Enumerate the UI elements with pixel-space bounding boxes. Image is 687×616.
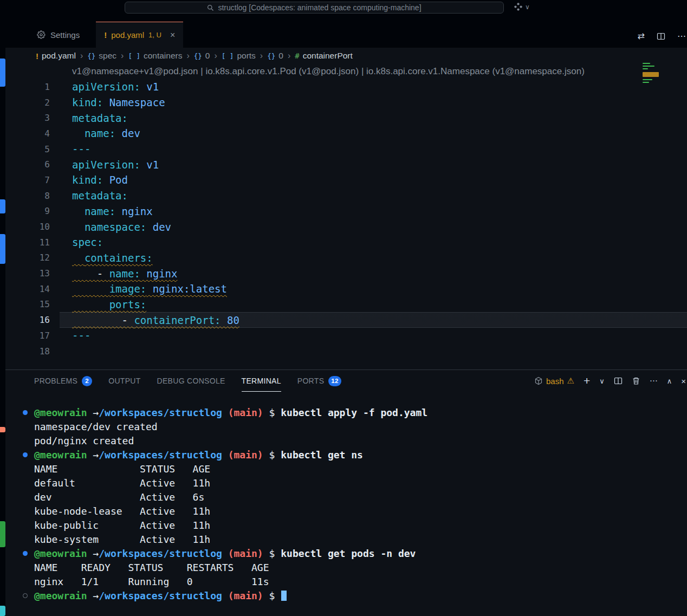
kill-terminal-button[interactable] (632, 377, 640, 385)
code-line[interactable]: 14 image: nginx:latest (0, 281, 687, 297)
activity-mark (0, 234, 5, 264)
panel-tab-ports[interactable]: PORTS12 (297, 370, 341, 392)
code-token: image: (109, 283, 147, 295)
minimap[interactable] (640, 62, 687, 100)
terminal-text: kube-public Active 11h (34, 520, 210, 531)
split-editor-icon[interactable] (657, 32, 665, 41)
code-line[interactable]: 6apiVersion: v1 (0, 157, 687, 172)
breadcrumb-item[interactable]: !pod.yaml (36, 51, 76, 61)
minimap-mark (643, 79, 652, 80)
count-badge: 2 (82, 376, 92, 386)
command-decoration[interactable] (23, 410, 28, 415)
command-center-search[interactable]: structlog [Codespaces: animated space co… (125, 2, 504, 14)
maximize-panel-button[interactable]: ∧ (667, 377, 672, 385)
code-token: apiVersion: (72, 159, 140, 171)
activity-mark (0, 427, 5, 432)
panel-tab-label: OUTPUT (108, 377, 140, 385)
code-token: metadata: (72, 112, 128, 124)
code-line[interactable]: 4 name: dev (0, 126, 687, 141)
breadcrumb-separator: › (287, 51, 291, 61)
object-icon: {} (267, 52, 275, 60)
remote-menu[interactable]: ∨ (514, 2, 530, 11)
tab-settings-label: Settings (50, 30, 80, 40)
breadcrumb-item[interactable]: {}spec (87, 51, 116, 61)
code-line[interactable]: 15 ports: (0, 297, 687, 313)
terminal-text: @meowrain →/workspaces/structlog (main) … (34, 407, 427, 418)
breadcrumb-item[interactable]: [ ]containers (128, 51, 182, 61)
line-number: 8 (0, 191, 50, 201)
breadcrumb-label: 0 (278, 51, 283, 61)
command-decoration[interactable] (23, 593, 28, 598)
breadcrumb-item[interactable]: {}0 (267, 51, 283, 61)
command-decoration[interactable] (23, 452, 28, 457)
split-terminal-button[interactable] (614, 377, 623, 385)
activity-mark (0, 59, 5, 87)
close-panel-button[interactable]: × (681, 377, 686, 386)
code-line[interactable]: 5--- (0, 141, 687, 157)
code-token: - (72, 268, 109, 280)
count-badge: 12 (328, 376, 341, 386)
close-tab-icon[interactable]: × (170, 31, 175, 40)
activity-strip[interactable] (0, 15, 5, 616)
breadcrumb-item[interactable]: {}0 (194, 51, 210, 61)
code-line[interactable]: 17--- (0, 328, 687, 343)
tab-pod-yaml[interactable]: ! pod.yaml 1, U × (96, 22, 183, 48)
line-number: 9 (0, 206, 50, 216)
minimap-mark (643, 66, 654, 67)
code-line[interactable]: 3metadata: (0, 110, 687, 126)
code-text: kind: Namespace (50, 96, 165, 108)
terminal-line: kube-node-lease Active 11h (0, 504, 687, 518)
open-changes-icon[interactable]: ⇄ (638, 31, 645, 41)
shell-label: bash (546, 377, 564, 386)
terminal-line: kube-system Active 11h (0, 533, 687, 547)
chevron-down-icon: ∨ (525, 3, 530, 11)
code-token: nginx (115, 205, 153, 217)
code-line[interactable]: 7kind: Pod (0, 172, 687, 188)
codespaces-icon (514, 2, 523, 11)
code-token (72, 283, 109, 295)
panel-tab-terminal[interactable]: TERMINAL (242, 370, 281, 392)
line-number: 3 (0, 113, 50, 123)
breadcrumb-item[interactable]: #containerPort (295, 51, 353, 61)
code-line[interactable]: 13 - name: nginx (0, 265, 687, 281)
minimap-mark (643, 68, 648, 69)
code-line[interactable]: 1apiVersion: v1 (0, 79, 687, 95)
terminal-line: default Active 11h (0, 476, 687, 490)
code-line[interactable]: 10 namespace: dev (0, 219, 687, 235)
panel-tab-problems[interactable]: PROBLEMS2 (34, 370, 92, 392)
breadcrumb-item[interactable]: [ ]ports (222, 51, 256, 61)
code-line[interactable]: 12 containers: (0, 250, 687, 266)
terminal-content[interactable]: @meowrain →/workspaces/structlog (main) … (0, 392, 687, 616)
code-token: namespace: (72, 221, 146, 233)
code-line[interactable]: 9 name: nginx (0, 204, 687, 219)
new-terminal-button[interactable]: + (584, 374, 590, 387)
code-token: v1 (140, 159, 159, 171)
code-line[interactable]: 18 (0, 343, 687, 359)
code-line[interactable]: 16 - containerPort: 80 (0, 312, 687, 328)
code-text: metadata: (50, 190, 128, 202)
code-token: spec: (72, 236, 103, 248)
code-text: image: nginx:latest (50, 283, 227, 295)
code-line[interactable]: 8metadata: (0, 188, 687, 204)
code-line[interactable]: 2kind: Namespace (0, 95, 687, 111)
code-token: ports: (109, 299, 147, 310)
terminal-text: @meowrain →/workspaces/structlog (main) … (34, 548, 416, 559)
code-text: kind: Pod (50, 174, 128, 186)
panel-tab-output[interactable]: OUTPUT (108, 370, 140, 392)
editor-lines[interactable]: 1apiVersion: v12kind: Namespace3metadata… (0, 79, 687, 359)
code-text: ports: (50, 299, 146, 310)
tab-settings[interactable]: Settings (21, 22, 96, 48)
code-line[interactable]: 11spec: (0, 235, 687, 250)
line-number: 16 (0, 315, 50, 325)
breadcrumb-label: ports (237, 51, 255, 61)
terminal-profile-item[interactable]: bash ⚠ (534, 376, 574, 386)
editor-actions: ⇄ ⋯ (638, 31, 687, 41)
panel-tab-debug-console[interactable]: DEBUG CONSOLE (157, 370, 225, 392)
terminal-profiles-chevron[interactable]: ∨ (599, 377, 605, 385)
panel-more-actions-button[interactable]: ⋯ (650, 376, 658, 386)
code-text: apiVersion: v1 (50, 81, 159, 93)
terminal-text: NAME STATUS AGE (34, 463, 210, 475)
more-actions-icon[interactable]: ⋯ (677, 31, 686, 41)
terminal-token: → (93, 590, 99, 601)
command-decoration[interactable] (23, 551, 28, 556)
